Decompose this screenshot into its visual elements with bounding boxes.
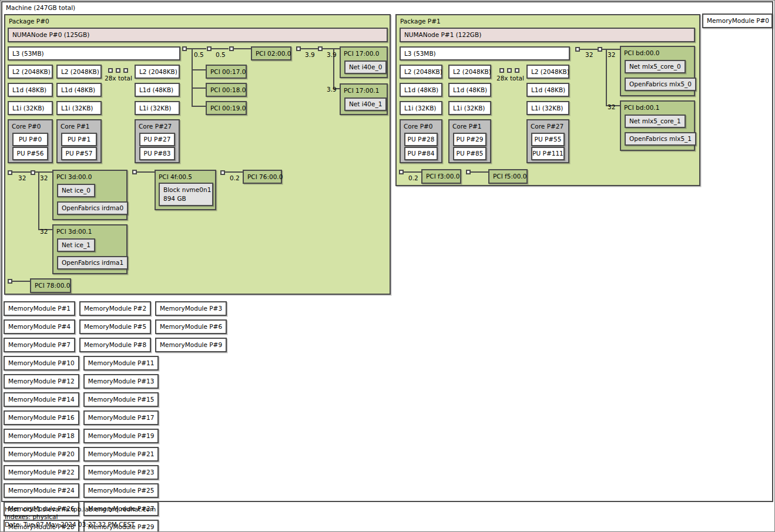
l1d-cache-p0-1: L1d (48KB) (56, 83, 102, 97)
pu-box: PU P#84 (404, 147, 438, 160)
memory-module-box: MemoryModule P#2 (79, 301, 151, 316)
pci-link-line (404, 171, 421, 173)
memory-module-box: MemoryModule P#11 (83, 356, 159, 371)
collapsed-cores-label-p1: 28x total (496, 75, 524, 82)
memory-module-box: MemoryModule P#14 (4, 392, 79, 407)
pci-bridge-square-icon (598, 47, 602, 52)
memory-module-box: MemoryModule P#3 (155, 301, 227, 316)
memory-module-box: MemoryModule P#23 (83, 465, 159, 480)
pci-link-line (580, 49, 598, 50)
pci-bridge-square-icon (132, 170, 137, 174)
legend-indexes: Indexes: physical (5, 513, 58, 520)
pu-box: PU P#55 (531, 133, 565, 146)
core-label: Core P#27 (139, 123, 172, 130)
pci-bridge-square-icon (8, 279, 12, 284)
pci-link-line (192, 87, 206, 89)
link-speed-label: 0.2 (408, 174, 418, 181)
link-speed-label: 32 (18, 174, 26, 181)
os-net-device: Net i40e_1 (344, 97, 387, 111)
os-openfabrics-device: OpenFabrics irdma1 (57, 256, 128, 270)
l2-cache-p1-0: L2 (2048KB) (400, 65, 442, 79)
memory-grid: MemoryModule P#1MemoryModule P#2MemoryMo… (4, 301, 240, 532)
pci-link-line (602, 49, 620, 50)
l2-cache-p1-2: L2 (2048KB) (526, 65, 569, 79)
collapsed-cores-dot-icon (123, 68, 128, 73)
memory-module-box: MemoryModule P#16 (4, 410, 79, 425)
link-speed-label: 32 (608, 103, 615, 110)
memory-module-box: MemoryModule P#25 (83, 483, 159, 498)
l1d-cache-p1-2: L1d (48KB) (526, 83, 569, 97)
pci-device-f3-00-0: PCI f3:00.0 (421, 169, 461, 184)
link-speed-label: 32 (585, 51, 593, 58)
pu-box: PU P#56 (12, 147, 48, 160)
l1i-cache-p0-0: L1i (32KB) (8, 101, 53, 115)
l2-cache-p0-2: L2 (2048KB) (135, 65, 180, 79)
link-speed-label: 3.9 (327, 51, 337, 58)
pu-box: PU P#27 (139, 133, 175, 146)
memory-module-box: MemoryModule P#20 (4, 447, 79, 462)
core-label: Core P#0 (404, 123, 432, 130)
pci-device-label: PCI 3d:00.1 (56, 228, 92, 235)
link-speed-label: 0.5 (194, 51, 204, 58)
memory-module-box: MemoryModule P#9 (155, 338, 227, 352)
memory-module-box: MemoryModule P#5 (79, 319, 151, 334)
core-label: Core P#0 (12, 123, 41, 130)
core-label: Core P#1 (452, 123, 481, 130)
os-net-device: Net ice_0 (57, 184, 95, 197)
l1i-cache-p1-2: L1i (32KB) (526, 101, 569, 115)
link-speed-label: 32 (608, 51, 615, 58)
pci-bridge-square-icon (399, 170, 404, 174)
pci-link-line (323, 48, 340, 49)
pu-box: PU P#1 (61, 133, 97, 146)
os-openfabrics-device: OpenFabrics mlx5_0 (625, 78, 696, 91)
link-speed-label: 3.9 (305, 51, 315, 58)
link-speed-label: 32 (40, 174, 48, 181)
pci-link-line (301, 48, 318, 49)
collapsed-cores-dot-icon (515, 68, 519, 73)
pci-link-line (192, 69, 206, 70)
lstopo-topology-view: Machine (247GB total) Package P#0 NUMANo… (0, 0, 775, 532)
link-speed-label: 32 (40, 228, 48, 235)
memory-module-box: MemoryModule P#13 (83, 374, 159, 389)
pci-device-label: PCI 4f:00.5 (159, 173, 192, 180)
os-block-device: Block nvme0n1 894 GB (159, 183, 213, 206)
machine-label: Machine (247GB total) (6, 4, 75, 11)
package-1-label: Package P#1 (400, 18, 441, 25)
core-label: Core P#1 (61, 123, 89, 130)
pci-link-line (192, 106, 206, 107)
memory-module-box: MemoryModule P#17 (83, 410, 159, 425)
pci-link-line (137, 171, 155, 173)
pci-device-00-17-0: PCI 00:17.0 (206, 65, 247, 79)
pci-link-line (192, 49, 193, 107)
block-device-name: Block nvme0n1 (163, 186, 209, 194)
collapsed-cores-dot-icon (499, 68, 504, 73)
pci-bridge-square-icon (575, 47, 580, 52)
memory-module-box: MemoryModule P#18 (4, 429, 79, 443)
pci-device-label: PCI 17:00.1 (344, 87, 379, 94)
link-speed-label: 0.5 (216, 51, 226, 58)
pu-box: PU P#111 (531, 147, 565, 160)
l1d-cache-p1-1: L1d (48KB) (448, 83, 491, 97)
pci-bridge-square-icon (207, 46, 212, 51)
pci-device-label: PCI 17:00.0 (344, 50, 379, 57)
memory-module-box: MemoryModule P#7 (4, 338, 75, 352)
pci-link-line (211, 48, 229, 49)
pci-link-line (12, 171, 31, 173)
pu-box: PU P#28 (404, 133, 438, 146)
pci-bridge-square-icon (220, 170, 225, 175)
collapsed-cores-label-p0: 28x total (105, 75, 132, 82)
os-openfabrics-device: OpenFabrics mlx5_1 (625, 132, 696, 146)
pci-device-78-00-0: PCI 78:00.0 (30, 278, 71, 293)
os-openfabrics-device: OpenFabrics irdma0 (57, 201, 128, 215)
link-speed-label: 3.9 (327, 86, 337, 93)
pci-link-line (187, 48, 206, 49)
pci-device-label: PCI bd:00.1 (624, 104, 659, 111)
memory-module-box: MemoryModule P#8 (79, 338, 151, 352)
pci-bridge-square-icon (8, 170, 12, 175)
os-net-device: Net mlx5_core_0 (625, 60, 686, 73)
legend-host: Host: cidic1.slevarna.tpb.lab.eng.brq.re… (5, 506, 156, 513)
pci-link-line (606, 50, 607, 106)
block-device-size: 894 GB (163, 194, 209, 203)
package-0-label: Package P#0 (9, 18, 49, 25)
memory-module-box: MemoryModule P#22 (4, 465, 79, 480)
